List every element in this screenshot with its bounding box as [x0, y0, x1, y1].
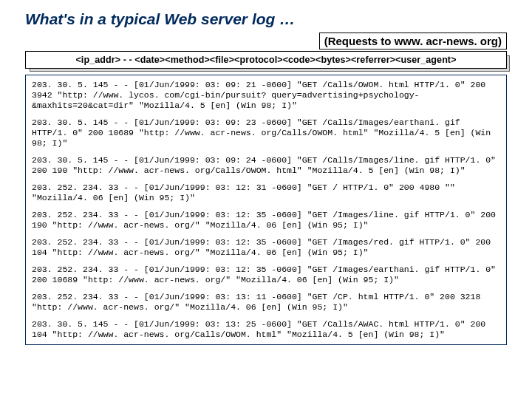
log-entry: 203. 252. 234. 33 - - [01/Jun/1999: 03: …: [32, 183, 500, 203]
log-entry: 203. 30. 5. 145 - - [01/Jun/1999: 03: 09…: [32, 80, 500, 111]
log-entry: 203. 252. 234. 33 - - [01/Jun/1999: 03: …: [32, 210, 500, 231]
log-entry: 203. 30. 5. 145 - - [01/Jun/1999: 03: 09…: [32, 155, 500, 176]
log-entries-box: 203. 30. 5. 145 - - [01/Jun/1999: 03: 09…: [25, 75, 507, 345]
log-entry: 203. 252. 234. 33 - - [01/Jun/1999: 03: …: [32, 265, 500, 285]
subtitle-wrap: (Requests to www. acr-news. org): [25, 33, 507, 50]
slide: What's in a typical Web server log … (Re…: [0, 0, 532, 399]
slide-title: What's in a typical Web server log …: [25, 10, 507, 28]
log-entry: 203. 30. 5. 145 - - [01/Jun/1999: 03: 09…: [32, 117, 500, 149]
log-entry: 203. 252. 234. 33 - - [01/Jun/1999: 03: …: [32, 237, 500, 258]
log-format-text: <ip_addr> - - <date><method><file><proto…: [25, 51, 507, 69]
log-format-bar: <ip_addr> - - <date><method><file><proto…: [25, 51, 507, 69]
log-entry: 203. 30. 5. 145 - - [01/Jun/1999: 03: 13…: [32, 319, 500, 340]
subtitle-box: (Requests to www. acr-news. org): [319, 33, 507, 50]
log-entry: 203. 252. 234. 33 - - [01/Jun/1999: 03: …: [32, 292, 500, 313]
